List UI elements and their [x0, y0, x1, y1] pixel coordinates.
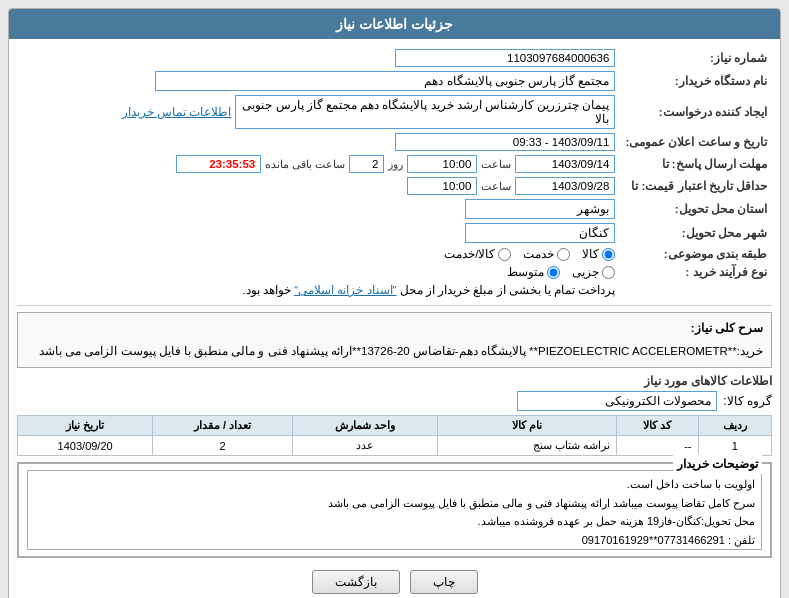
mohlat-date: 1403/09/14 — [515, 155, 615, 173]
bazgasht-button[interactable]: بازگشت — [312, 570, 400, 594]
cell-tedad: 2 — [153, 436, 292, 456]
col-radif: ردیف — [698, 416, 772, 436]
button-row: چاپ بازگشت — [17, 564, 772, 598]
sharh-niaz-box: سرح کلی نیاز: خرید:**PIEZOELECTRIC ACCEL… — [17, 312, 772, 368]
tozih-kharidar-box: توضیحات خریدار اولویت با ساخت داخل است. … — [17, 462, 772, 558]
col-vahed: واحد شمارش — [292, 416, 437, 436]
mohlat-baghi-value: 23:35:53 — [176, 155, 261, 173]
ostan-value: بوشهر — [465, 199, 615, 219]
radio-khadamat[interactable]: خدمت — [523, 247, 570, 261]
product-table: ردیف کد کالا نام کالا واحد شمارش تعداد /… — [17, 415, 772, 456]
radio-kala-khadamat[interactable]: کالا/خدمت — [444, 247, 511, 261]
gorooh-kala-value: محصولات الکترونیکی — [517, 391, 717, 411]
cell-radif: 1 — [698, 436, 772, 456]
ij-konandeh-value: پیمان چترزرین کارشناس ارشد خرید پالایشگا… — [235, 95, 615, 129]
tarikh-label: تاریخ و ساعت اعلان عمومی: — [620, 131, 772, 153]
shomareh-niaz-value: 1103097684000636 — [42, 47, 620, 69]
page-title: جزئیات اطلاعات نیاز — [336, 16, 453, 32]
noe-label: نوع فرآیند خرید : — [620, 263, 772, 281]
shahr-value: کنگان — [465, 223, 615, 243]
tarikh-value: 1403/09/11 - 09:33 — [395, 133, 615, 151]
radio-jozi[interactable]: جزیی — [572, 265, 615, 279]
hadd-aksar-label: حداقل تاریخ اعتبار قیمت: تا — [620, 175, 772, 197]
shahr-label: شهر محل تحویل: — [620, 221, 772, 245]
col-nam-kala: نام کالا — [437, 416, 616, 436]
cell-tarikh_niaz: 1403/09/20 — [18, 436, 153, 456]
gorooh-kala-label: گروه کالا: — [723, 394, 772, 408]
radio-kala[interactable]: کالا — [582, 247, 615, 261]
nam-dastgah-label: نام دستگاه خریدار: — [620, 69, 772, 93]
tozih-line4: تلفن : 07731466291**09170161929 — [34, 531, 755, 550]
hadd-aksar-saaat-label: ساعت — [481, 180, 511, 193]
mohlat-rooz-value: 2 — [349, 155, 384, 173]
hadd-aksar-date: 1403/09/28 — [515, 177, 615, 195]
sharh-niaz-label: سرح کلی نیاز: — [26, 319, 763, 339]
pardakht-text: پرداخت تمام یا بخشی از مبلغ خریدار از مح… — [400, 284, 616, 296]
sharh-niaz-value: خرید:**PIEZOELECTRIC ACCELEROMETR** پالا… — [26, 342, 763, 362]
ostan-label: استان محل تحویل: — [620, 197, 772, 221]
col-kod-kala: کد کالا — [616, 416, 698, 436]
mohlat-saaat-value: 10:00 — [407, 155, 477, 173]
tozih-line1: اولویت با ساخت داخل است. — [34, 475, 755, 494]
mohlat-baghi-label: ساعت باقی مانده — [265, 158, 345, 171]
tozih-line3: محل تحویل:کنگان-فاز19 هزینه حمل بر عهده … — [34, 512, 755, 531]
pardakht-link[interactable]: "اسناد خزانه اسلامی" — [294, 284, 397, 296]
cell-kod_kala: -- — [616, 436, 698, 456]
col-tedad: تعداد / مقدار — [153, 416, 292, 436]
tozih-line2: سرح کامل تقاضا پیوست میباشد ارائه پیشنها… — [34, 494, 755, 513]
chap-button[interactable]: چاپ — [410, 570, 478, 594]
table-row: 1--نراشه شتاب سنجعدد21403/09/20 — [18, 436, 772, 456]
col-tarikh-niaz: تاریخ نیاز — [18, 416, 153, 436]
mohlat-label: مهلت ارسال پاسخ: تا — [620, 153, 772, 175]
ij-konandeh-label: ایجاد کننده درخواست: — [620, 93, 772, 131]
mohlat-rooz-label: روز — [388, 158, 403, 171]
page-header: جزئیات اطلاعات نیاز — [9, 9, 780, 39]
tozih-label: توضیحات خریدار — [673, 454, 762, 474]
hadd-aksar-saaat-value: 10:00 — [407, 177, 477, 195]
mohlat-saaat-label: ساعت — [481, 158, 511, 171]
tabaqeh-label: طبقه بندی موضوعی: — [620, 245, 772, 263]
shomareh-niaz-label: شماره نیاز: — [620, 47, 772, 69]
pardakht-suffix: خواهد بود. — [242, 284, 290, 296]
ij-konandeh-link[interactable]: اطلاعات تماس خریدار — [122, 105, 231, 119]
cell-vahed: عدد — [292, 436, 437, 456]
nam-dastgah-value: مجتمع گاز پارس جنوبی پالایشگاه دهم — [17, 69, 620, 93]
cell-nam_kala: نراشه شتاب سنج — [437, 436, 616, 456]
tozih-scrollbox[interactable]: اولویت با ساخت داخل است. سرح کامل تقاضا … — [27, 470, 762, 550]
kalalaha-section-title: اطلاعات کالاهای مورد نیاز — [17, 374, 772, 388]
radio-motovaset[interactable]: متوسط — [507, 265, 560, 279]
